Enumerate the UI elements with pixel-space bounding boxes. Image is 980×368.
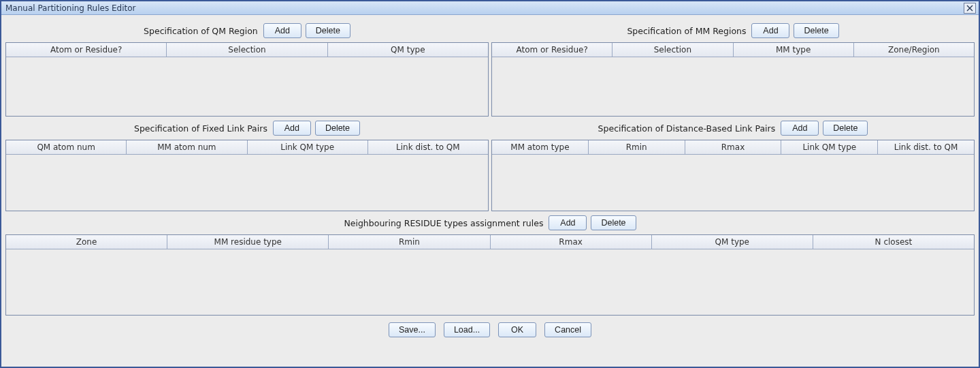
column-header[interactable]: Rmin <box>329 235 490 249</box>
label-neighbouring: Neighbouring RESIDUE types assignment ru… <box>344 218 543 228</box>
table-fixed-link[interactable]: QM atom num MM atom num Link QM type Lin… <box>5 140 489 211</box>
column-header[interactable]: Zone <box>6 235 167 249</box>
table-header: QM atom num MM atom num Link QM type Lin… <box>6 140 488 155</box>
column-header[interactable]: MM type <box>734 43 854 57</box>
header-neighbouring: Neighbouring RESIDUE types assignment ru… <box>5 211 975 234</box>
table-body[interactable] <box>6 155 488 211</box>
table-body[interactable] <box>6 249 974 315</box>
header-mm-regions: Specification of MM Regions Add Delete <box>491 19 975 42</box>
column-header[interactable]: Selection <box>612 43 733 57</box>
close-icon[interactable] <box>964 3 976 14</box>
panel-qm-region: Specification of QM Region Add Delete At… <box>5 19 489 117</box>
window-title: Manual Partitioning Rules Editor <box>4 3 964 13</box>
table-mm-regions[interactable]: Atom or Residue? Selection MM type Zone/… <box>491 42 975 117</box>
table-header: Zone MM residue type Rmin Rmax QM type N… <box>6 235 974 249</box>
titlebar: Manual Partitioning Rules Editor <box>1 1 979 15</box>
label-mm-regions: Specification of MM Regions <box>627 26 746 36</box>
column-header[interactable]: Selection <box>167 43 327 57</box>
column-header[interactable]: Link QM type <box>781 140 878 155</box>
label-qm-region: Specification of QM Region <box>144 26 258 36</box>
table-body[interactable] <box>6 57 488 116</box>
column-header[interactable]: Rmax <box>491 235 652 249</box>
row-link-pairs: Specification of Fixed Link Pairs Add De… <box>5 117 975 211</box>
header-qm-region: Specification of QM Region Add Delete <box>5 19 489 42</box>
panel-mm-regions: Specification of MM Regions Add Delete A… <box>491 19 975 117</box>
label-fixed-link: Specification of Fixed Link Pairs <box>134 123 267 134</box>
table-dist-link[interactable]: MM atom type Rmin Rmax Link QM type Link… <box>491 140 975 211</box>
table-neighbouring[interactable]: Zone MM residue type Rmin Rmax QM type N… <box>5 234 975 316</box>
table-body[interactable] <box>492 57 974 116</box>
window-frame: Manual Partitioning Rules Editor Specifi… <box>0 0 980 368</box>
table-header: Atom or Residue? Selection MM type Zone/… <box>492 43 974 57</box>
column-header[interactable]: QM atom num <box>6 140 127 155</box>
table-body[interactable] <box>492 155 974 211</box>
header-fixed-link: Specification of Fixed Link Pairs Add De… <box>5 117 489 140</box>
load-button[interactable]: Load... <box>444 322 490 337</box>
column-header[interactable]: N closest <box>813 235 974 249</box>
save-button[interactable]: Save... <box>389 322 436 337</box>
column-header[interactable]: Link dist. to QM <box>878 140 974 155</box>
label-dist-link: Specification of Distance-Based Link Pai… <box>598 123 776 134</box>
column-header[interactable]: Rmin <box>589 140 685 155</box>
row-qm-mm: Specification of QM Region Add Delete At… <box>5 19 975 117</box>
column-header[interactable]: QM type <box>328 43 488 57</box>
content-area: Specification of QM Region Add Delete At… <box>1 15 979 367</box>
panel-neighbouring: Neighbouring RESIDUE types assignment ru… <box>5 211 975 316</box>
cancel-button[interactable]: Cancel <box>544 322 591 337</box>
footer-buttons: Save... Load... OK Cancel <box>5 316 975 341</box>
panel-fixed-link: Specification of Fixed Link Pairs Add De… <box>5 117 489 211</box>
column-header[interactable]: Zone/Region <box>854 43 974 57</box>
delete-button[interactable]: Delete <box>306 23 350 38</box>
add-button[interactable]: Add <box>273 121 311 136</box>
add-button[interactable]: Add <box>263 23 301 38</box>
add-button[interactable]: Add <box>549 215 587 230</box>
add-button[interactable]: Add <box>781 121 819 136</box>
column-header[interactable]: Atom or Residue? <box>6 43 167 57</box>
delete-button[interactable]: Delete <box>794 23 838 38</box>
panel-dist-link: Specification of Distance-Based Link Pai… <box>491 117 975 211</box>
column-header[interactable]: MM atom num <box>127 140 247 155</box>
column-header[interactable]: Link dist. to QM <box>368 140 488 155</box>
column-header[interactable]: Rmax <box>685 140 782 155</box>
delete-button[interactable]: Delete <box>823 121 868 136</box>
table-header: MM atom type Rmin Rmax Link QM type Link… <box>492 140 974 155</box>
ok-button[interactable]: OK <box>498 322 536 337</box>
delete-button[interactable]: Delete <box>315 121 360 136</box>
header-dist-link: Specification of Distance-Based Link Pai… <box>491 117 975 140</box>
column-header[interactable]: MM residue type <box>167 235 329 249</box>
column-header[interactable]: Link QM type <box>248 140 368 155</box>
column-header[interactable]: Atom or Residue? <box>492 43 612 57</box>
delete-button[interactable]: Delete <box>591 215 636 230</box>
table-header: Atom or Residue? Selection QM type <box>6 43 488 57</box>
column-header[interactable]: MM atom type <box>492 140 589 155</box>
table-qm-region[interactable]: Atom or Residue? Selection QM type <box>5 42 489 117</box>
add-button[interactable]: Add <box>751 23 789 38</box>
column-header[interactable]: QM type <box>652 235 813 249</box>
